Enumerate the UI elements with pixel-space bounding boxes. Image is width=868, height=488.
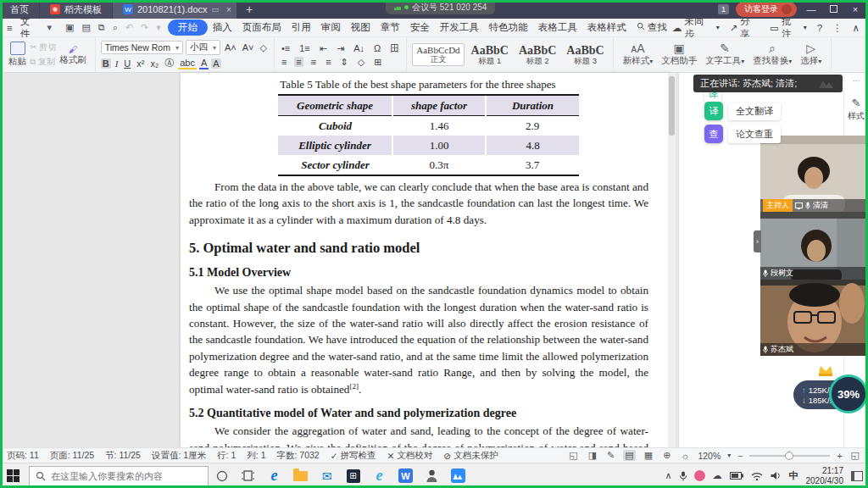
- font-color-button[interactable]: A: [199, 58, 209, 69]
- ribbon-tab-tabletools[interactable]: 表格工具: [533, 19, 582, 36]
- ribbon-tab-review[interactable]: 审阅: [316, 19, 346, 36]
- zoom-caret-icon[interactable]: ▾: [727, 452, 731, 459]
- line-spacing-button[interactable]: ⇕: [339, 57, 350, 68]
- find-button[interactable]: ⌕: [113, 22, 118, 33]
- cortana-button[interactable]: [209, 463, 235, 488]
- align-left-button[interactable]: ≡: [280, 57, 288, 67]
- qat-caret-icon[interactable]: ▾: [156, 22, 161, 33]
- document-page[interactable]: Table 5 Table of the best shape paramete…: [181, 73, 670, 447]
- tab-close-icon[interactable]: ×: [226, 5, 231, 14]
- hamburger-icon[interactable]: ≡: [7, 23, 13, 33]
- ribbon-tab-tablestyle[interactable]: 表格样式: [582, 19, 632, 36]
- ribbon-tab-devtools[interactable]: 开发工具: [435, 19, 484, 36]
- symbol-button[interactable]: Ω: [372, 43, 382, 53]
- spell-check-button[interactable]: ✓ 拼写检查: [331, 450, 376, 462]
- taskbar-mail[interactable]: ✉: [314, 463, 340, 488]
- find-menu[interactable]: 查找: [632, 19, 672, 36]
- sync-status-button[interactable]: ☁ 未同步 ▾: [672, 15, 720, 41]
- taskbar-explorer[interactable]: [287, 463, 314, 488]
- zoom-slider[interactable]: [749, 455, 830, 457]
- decrease-indent-button[interactable]: ⇤: [318, 43, 329, 54]
- justify-button[interactable]: ≡: [324, 57, 332, 67]
- paste-button[interactable]: 粘贴: [5, 42, 30, 68]
- taskbar-edge[interactable]: e: [261, 463, 287, 488]
- format-painter-button[interactable]: 🖌 格式刷: [56, 44, 90, 66]
- print-preview-button[interactable]: ⧉: [98, 22, 105, 33]
- highlight-color-button[interactable]: abc: [178, 58, 197, 69]
- ribbon-tab-home[interactable]: 开始: [168, 19, 208, 36]
- minimize-button[interactable]: —: [804, 4, 819, 14]
- collapse-videos-handle[interactable]: ›: [754, 230, 761, 252]
- char-shading-button[interactable]: A: [211, 58, 220, 69]
- comment-button[interactable]: ▭ 批注 ▾: [770, 15, 807, 41]
- shading-button[interactable]: ◇: [356, 57, 366, 68]
- redo-button[interactable]: ↷: [141, 22, 148, 33]
- doc-assistant-button[interactable]: ▣ 文档助手: [657, 42, 701, 67]
- zoom-level[interactable]: 120%: [698, 451, 721, 461]
- copy-button[interactable]: ⧉ 复制: [30, 56, 56, 68]
- caret-icon[interactable]: ▾: [47, 22, 53, 33]
- proofread-button[interactable]: ✕ 文档校对: [387, 450, 433, 462]
- vertical-scrollbar[interactable]: [668, 73, 676, 447]
- italic-button[interactable]: I: [114, 58, 120, 69]
- search-input[interactable]: [51, 471, 195, 481]
- taskbar-meeting[interactable]: [445, 463, 471, 488]
- battery-icon[interactable]: [730, 472, 743, 480]
- clock[interactable]: 21:17 2020/4/30: [806, 466, 844, 485]
- zoom-out-button[interactable]: −: [737, 451, 743, 461]
- align-center-button[interactable]: ≡: [294, 57, 303, 67]
- font-name-select[interactable]: Times New Rom ▾: [101, 41, 183, 54]
- ribbon-tab-features[interactable]: 特色功能: [484, 19, 533, 36]
- action-center-icon[interactable]: [851, 471, 863, 481]
- numbering-button[interactable]: 1≡: [298, 43, 312, 53]
- fullscreen-view-icon[interactable]: ◱: [567, 450, 579, 461]
- write-view-icon[interactable]: ✎: [605, 450, 616, 461]
- file-menu[interactable]: 文件: [20, 15, 40, 41]
- video-tile[interactable]: 段树文: [760, 212, 868, 280]
- new-tab-button[interactable]: +: [237, 0, 261, 19]
- print-button[interactable]: ▤: [81, 22, 90, 33]
- clear-format-button[interactable]: ◇: [258, 42, 268, 53]
- borders-button[interactable]: ⊞: [372, 57, 383, 68]
- ribbon-tab-view[interactable]: 视图: [346, 19, 376, 36]
- ribbon-tab-insert[interactable]: 插入: [208, 19, 237, 36]
- zoom-in-button[interactable]: +: [837, 451, 842, 461]
- ribbon-tab-references[interactable]: 引用: [287, 19, 316, 36]
- grow-font-button[interactable]: A˄: [223, 42, 238, 53]
- select-button[interactable]: ▷ 选择▾: [796, 42, 826, 67]
- taskbar-wps[interactable]: W: [392, 463, 419, 488]
- sort-button[interactable]: A↓: [352, 43, 366, 53]
- taskbar-contact-app[interactable]: [419, 463, 445, 488]
- eye-protect-icon[interactable]: ☼: [679, 451, 691, 461]
- scrollbar-thumb[interactable]: [669, 76, 675, 136]
- taskbar-store[interactable]: ⊞: [340, 463, 366, 488]
- increase-indent-button[interactable]: ⇥: [335, 43, 346, 54]
- align-right-button[interactable]: ≡: [309, 57, 318, 67]
- fit-page-icon[interactable]: ◱: [849, 450, 861, 461]
- ime-indicator[interactable]: 中: [789, 469, 798, 482]
- text-tools-button[interactable]: ✎ 文字工具▾: [701, 42, 748, 67]
- subscript-button[interactable]: x₂: [148, 58, 160, 69]
- find-replace-button[interactable]: ⌕ 查找替换▾: [748, 42, 796, 67]
- speaker-icon[interactable]: [771, 471, 782, 480]
- restore-button[interactable]: [826, 4, 841, 14]
- meeting-id-pill[interactable]: 会议号 521 020 254: [386, 0, 495, 14]
- char-effects-button[interactable]: Ⓐ: [163, 57, 175, 69]
- book-view-icon[interactable]: ◨: [587, 450, 598, 461]
- tray-expand-icon[interactable]: ∧: [665, 470, 671, 481]
- battery-percent-badge[interactable]: 39%: [829, 374, 868, 413]
- shrink-font-button[interactable]: A˅: [241, 42, 256, 53]
- wifi-icon[interactable]: [751, 472, 763, 480]
- bold-button[interactable]: B: [101, 58, 111, 69]
- taskbar-ie[interactable]: e: [366, 463, 392, 488]
- collapse-ribbon-icon[interactable]: ∧: [853, 22, 860, 34]
- ribbon-tab-section[interactable]: 章节: [376, 19, 405, 36]
- style-heading3[interactable]: AaBbC 标题 3: [563, 43, 607, 67]
- style-heading2[interactable]: AaBbC 标题 2: [515, 43, 559, 67]
- translate-tool[interactable]: 译 全文翻译: [704, 102, 781, 120]
- side-style-button[interactable]: ✎ 样式: [848, 97, 865, 122]
- save-button[interactable]: ▣: [65, 22, 74, 33]
- style-heading1[interactable]: AaBbC 标题 1: [468, 43, 512, 67]
- ribbon-tab-security[interactable]: 安全: [405, 19, 435, 36]
- mic-tray-icon[interactable]: [680, 471, 687, 481]
